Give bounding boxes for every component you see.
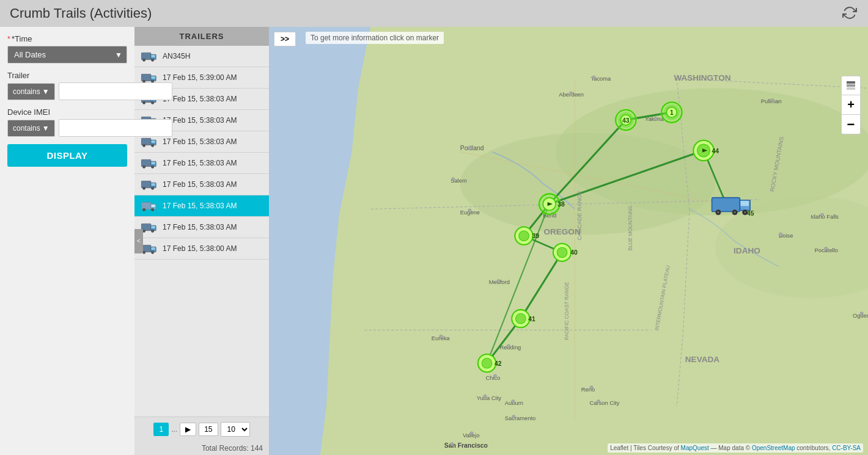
trailer-item-time-active: 17 Feb 15, 5:38:03 AM bbox=[163, 202, 237, 210]
page-last-button[interactable]: 15 bbox=[199, 423, 218, 436]
page-1-button[interactable]: 1 bbox=[153, 423, 169, 436]
trailer-item-name: AN345H bbox=[163, 52, 190, 60]
svg-point-148 bbox=[825, 247, 828, 250]
svg-rect-72 bbox=[847, 87, 855, 90]
svg-text:Idaho Falls: Idaho Falls bbox=[811, 214, 839, 220]
trailer-label: Trailer bbox=[7, 71, 127, 80]
svg-point-62 bbox=[152, 230, 153, 231]
trailer-truck-icon bbox=[141, 50, 158, 62]
trailer-filter-row: contains ▼ bbox=[7, 82, 127, 100]
svg-text:Chico: Chico bbox=[485, 375, 500, 381]
svg-point-134 bbox=[497, 280, 500, 283]
svg-point-141 bbox=[451, 442, 454, 445]
map-layer-button[interactable] bbox=[841, 76, 861, 95]
time-select[interactable]: All Dates Today Yesterday Last 7 Days Cu… bbox=[7, 46, 127, 64]
page-title: Crumb Trails (Activities) bbox=[10, 5, 152, 21]
trailer-item-time: 17 Feb 15, 5:38:03 AM bbox=[163, 159, 237, 167]
svg-rect-2 bbox=[152, 55, 155, 57]
attribution-osm[interactable]: OpenStreetMap bbox=[752, 445, 795, 451]
svg-text:NEVADA: NEVADA bbox=[685, 355, 719, 364]
svg-point-139 bbox=[597, 400, 600, 403]
time-label: *Time bbox=[7, 34, 127, 43]
map-svg: WASHINGTON MONTANA OREGON IDAHO NEVADA U… bbox=[269, 27, 868, 455]
svg-rect-183 bbox=[740, 201, 749, 206]
zoom-out-button[interactable]: − bbox=[841, 115, 861, 134]
svg-text:39: 39 bbox=[532, 233, 540, 239]
zoom-in-button[interactable]: + bbox=[841, 95, 861, 115]
trailer-item[interactable]: AN345H bbox=[134, 46, 269, 67]
svg-point-187 bbox=[734, 211, 736, 214]
svg-text:BLUE MOUNTAINS: BLUE MOUNTAINS bbox=[627, 205, 633, 250]
trailer-item-time: 17 Feb 15, 5:39:00 AM bbox=[163, 73, 237, 82]
svg-rect-181 bbox=[712, 198, 740, 212]
attribution-cc[interactable]: CC-BY-SA bbox=[832, 445, 861, 451]
trailer-item-active[interactable]: 17 Feb 15, 5:38:03 AM bbox=[134, 195, 269, 217]
total-records: Total Records: 144 bbox=[134, 442, 269, 455]
page-next-button[interactable]: ▶ bbox=[180, 423, 196, 436]
svg-rect-7 bbox=[141, 74, 150, 81]
svg-point-157 bbox=[512, 400, 515, 403]
svg-text:1: 1 bbox=[670, 109, 674, 116]
trailer-truck-icon bbox=[141, 178, 158, 191]
svg-rect-30 bbox=[152, 140, 155, 143]
trailer-item-time: 17 Feb 15, 5:38:03 AM bbox=[163, 137, 237, 146]
svg-point-189 bbox=[744, 211, 746, 214]
svg-point-137 bbox=[494, 374, 497, 377]
svg-point-129 bbox=[592, 76, 595, 79]
trailer-contains-button[interactable]: contains ▼ bbox=[7, 83, 55, 100]
attribution-separator1: | Tiles Courtesy of bbox=[630, 445, 681, 451]
svg-text:Redding: Redding bbox=[499, 344, 521, 351]
svg-point-206 bbox=[482, 358, 492, 368]
trailer-item-time: 17 Feb 15, 5:38:03 AM bbox=[163, 116, 237, 125]
svg-point-140 bbox=[512, 415, 515, 418]
trailer-panel-header: TRAILERS bbox=[134, 27, 269, 46]
trailer-item[interactable]: 17 Feb 15, 5:38:03 AM bbox=[134, 217, 269, 238]
svg-rect-37 bbox=[152, 162, 155, 164]
svg-point-4 bbox=[144, 59, 145, 60]
device-contains-button[interactable]: contains ▼ bbox=[7, 120, 55, 137]
svg-rect-65 bbox=[152, 247, 155, 250]
svg-point-46 bbox=[144, 187, 145, 189]
svg-rect-28 bbox=[141, 138, 150, 145]
display-button[interactable]: DISPLAY bbox=[7, 144, 127, 167]
trailer-truck-icon bbox=[141, 71, 158, 84]
svg-point-143 bbox=[470, 432, 473, 435]
svg-text:43: 43 bbox=[622, 117, 630, 124]
trailer-item[interactable]: 17 Feb 15, 5:38:03 AM bbox=[134, 174, 269, 195]
svg-point-126 bbox=[452, 178, 455, 181]
svg-text:IDAHO: IDAHO bbox=[734, 246, 760, 255]
svg-text:40: 40 bbox=[570, 249, 578, 256]
svg-rect-49 bbox=[141, 202, 150, 209]
svg-point-39 bbox=[144, 166, 145, 167]
collapse-panel-button[interactable]: < bbox=[134, 229, 143, 253]
device-imei-label: Device IMEI bbox=[7, 107, 127, 117]
svg-point-69 bbox=[152, 252, 153, 253]
header: Crumb Trails (Activities) bbox=[0, 0, 868, 27]
svg-text:WASHINGTON: WASHINGTON bbox=[674, 73, 730, 82]
trailer-truck-icon bbox=[141, 157, 158, 169]
svg-point-185 bbox=[717, 211, 719, 214]
svg-rect-51 bbox=[152, 205, 155, 207]
attribution-mapquest[interactable]: MapQuest bbox=[681, 445, 709, 451]
svg-point-135 bbox=[440, 335, 443, 338]
trailer-item[interactable]: 17 Feb 15, 5:38:03 AM bbox=[134, 153, 269, 174]
svg-rect-35 bbox=[141, 159, 150, 166]
trailer-item[interactable]: 17 Feb 15, 5:38:00 AM bbox=[134, 238, 269, 260]
map-expand-button[interactable]: >> bbox=[274, 32, 296, 46]
trailer-truck-icon-active bbox=[141, 200, 158, 212]
trailer-item-time: 17 Feb 15, 5:38:03 AM bbox=[163, 95, 237, 103]
svg-point-32 bbox=[144, 145, 145, 146]
svg-point-130 bbox=[570, 92, 573, 95]
device-filter-row: contains ▼ bbox=[7, 119, 127, 137]
device-filter-input[interactable] bbox=[59, 119, 172, 137]
refresh-button[interactable] bbox=[841, 5, 858, 22]
svg-point-132 bbox=[468, 209, 471, 212]
svg-point-147 bbox=[820, 213, 823, 216]
svg-point-138 bbox=[590, 386, 593, 389]
device-imei-field-group: Device IMEI contains ▼ bbox=[7, 107, 127, 137]
svg-rect-44 bbox=[152, 183, 155, 186]
trailer-list: AN345H 17 Feb 15, 5:39:00 AM bbox=[134, 46, 269, 417]
trailer-filter-input[interactable] bbox=[59, 82, 172, 100]
map-area[interactable]: To get more information click on marker … bbox=[269, 27, 868, 455]
per-page-select[interactable]: 10 25 50 bbox=[221, 422, 250, 437]
